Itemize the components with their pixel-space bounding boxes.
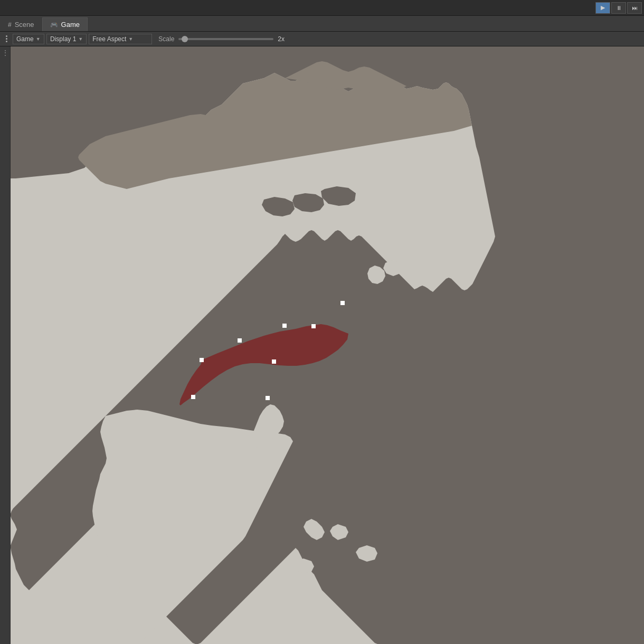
northeast-coast (367, 266, 385, 284)
game-dropdown-label: Game (16, 35, 34, 43)
caribbean-island-3 (356, 545, 377, 562)
step-button[interactable]: ⏭ (627, 2, 642, 14)
control-point-7[interactable] (191, 395, 195, 399)
options-bar: Game ▼ Display 1 ▼ Free Aspect ▼ Scale 2… (0, 32, 644, 46)
top-toolbar: ▶ ⏸ ⏭ (0, 0, 644, 16)
aspect-chevron-icon: ▼ (128, 36, 133, 42)
tab-bar: # Scene 🎮 Game (0, 16, 644, 32)
scale-thumb (182, 36, 188, 42)
control-point-5[interactable] (272, 359, 276, 364)
game-chevron-icon: ▼ (36, 36, 41, 42)
display-dropdown-label: Display 1 (50, 35, 76, 43)
aspect-dropdown[interactable]: Free Aspect ▼ (89, 34, 152, 44)
caribbean-island-2 (330, 524, 348, 540)
scale-label: Scale (158, 35, 174, 43)
game-dropdown[interactable]: Game ▼ (13, 34, 44, 44)
left-sidebar: ⋮ (0, 46, 11, 644)
game-icon: 🎮 (50, 21, 58, 29)
display-dropdown[interactable]: Display 1 ▼ (46, 34, 87, 44)
map-svg (0, 46, 644, 644)
tab-scene-label: Scene (15, 21, 34, 29)
scene-icon: # (8, 21, 12, 29)
dot3 (6, 41, 7, 42)
menu-dots[interactable] (2, 34, 11, 43)
pause-button[interactable]: ⏸ (611, 2, 626, 14)
map-container (0, 46, 644, 644)
control-point-6[interactable] (200, 358, 204, 362)
control-point-1[interactable] (238, 338, 242, 343)
scale-slider[interactable] (178, 38, 273, 40)
game-view: ⋮ (0, 46, 644, 644)
control-point-2[interactable] (282, 324, 287, 328)
dot2 (6, 38, 7, 40)
tab-game-label: Game (61, 21, 80, 29)
sidebar-dots-icon[interactable]: ⋮ (1, 49, 10, 57)
control-point-8[interactable] (266, 396, 270, 400)
highlighted-region (179, 324, 348, 405)
caribbean-island-1 (304, 519, 325, 540)
display-chevron-icon: ▼ (78, 36, 83, 42)
dot1 (6, 35, 7, 37)
control-point-4[interactable] (340, 301, 345, 305)
scale-value: 2x (278, 35, 285, 43)
play-button[interactable]: ▶ (595, 2, 610, 14)
tab-game[interactable]: 🎮 Game (42, 17, 88, 31)
control-point-3[interactable] (311, 324, 316, 328)
tab-scene[interactable]: # Scene (0, 17, 42, 31)
aspect-dropdown-label: Free Aspect (92, 35, 126, 43)
